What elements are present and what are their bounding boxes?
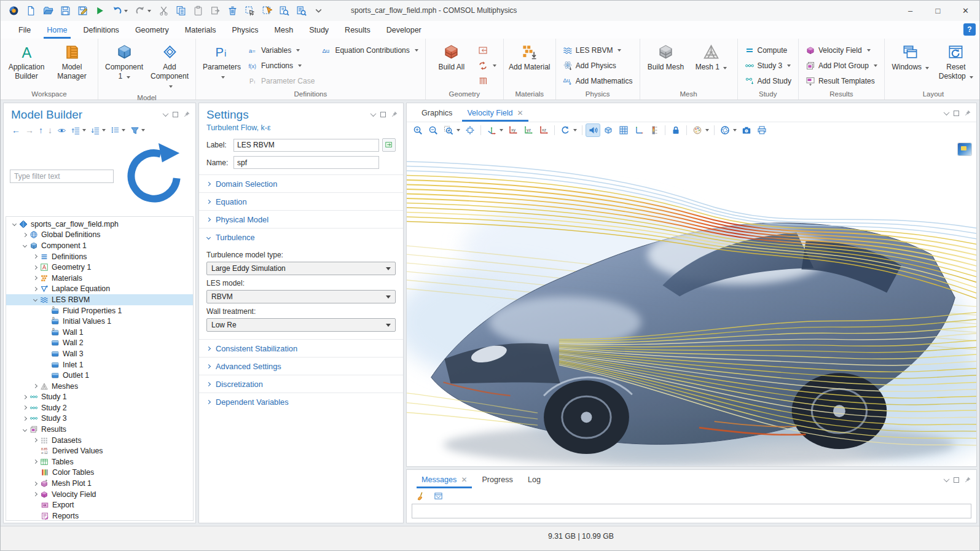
add-component-button[interactable]: Add Component bbox=[147, 41, 192, 93]
tree-item-wall-2[interactable]: Wall 2 bbox=[6, 338, 193, 349]
print-button[interactable] bbox=[755, 123, 769, 137]
view-yz-button[interactable]: yz bbox=[521, 123, 536, 137]
section-header-physical-model[interactable]: Physical Model bbox=[199, 211, 403, 228]
plot-thumbnail-icon[interactable] bbox=[958, 143, 971, 155]
compute-button[interactable]: Compute bbox=[742, 42, 794, 58]
section-header-equation[interactable]: Equation bbox=[199, 193, 403, 210]
pin-icon[interactable] bbox=[183, 111, 190, 118]
close-tab-icon[interactable]: ✕ bbox=[517, 109, 523, 117]
color-legend-button[interactable] bbox=[647, 123, 662, 137]
highlight-node-button[interactable] bbox=[382, 138, 396, 152]
les-rbvm-button[interactable]: LES RBVM bbox=[560, 42, 636, 58]
variables-button[interactable]: a=Variables bbox=[245, 42, 318, 58]
view-xz-button[interactable]: xz bbox=[536, 123, 551, 137]
graphics-tab-graphics[interactable]: Graphics bbox=[415, 109, 458, 122]
expand-arrow-icon[interactable] bbox=[31, 385, 39, 388]
label-field-input[interactable] bbox=[233, 139, 379, 152]
add-physics-button[interactable]: Add Physics bbox=[560, 58, 636, 73]
collapse-arrow-icon[interactable] bbox=[10, 222, 18, 225]
tree-item-study-3[interactable]: Study 3 bbox=[6, 413, 193, 424]
collapse-arrow-icon[interactable] bbox=[20, 244, 29, 247]
refresh-icon[interactable] bbox=[117, 139, 190, 213]
graphics-canvas[interactable] bbox=[407, 138, 976, 466]
paste-button[interactable] bbox=[190, 3, 206, 19]
add-study-button[interactable]: Add Study bbox=[742, 73, 794, 88]
expand-arrow-icon[interactable] bbox=[20, 417, 29, 420]
build-all-button[interactable]: Build All bbox=[429, 41, 474, 74]
tree-item-meshes[interactable]: Meshes bbox=[6, 381, 193, 392]
orientation-button[interactable] bbox=[484, 123, 505, 137]
expand-arrow-icon[interactable] bbox=[31, 493, 39, 496]
expand-arrow-icon[interactable] bbox=[31, 460, 39, 463]
expand-arrow-icon[interactable] bbox=[31, 276, 39, 279]
tree-item-les-rbvm[interactable]: LES RBVM bbox=[6, 294, 193, 305]
collapse-arrow-icon[interactable] bbox=[20, 428, 29, 431]
panel-menu-icon[interactable] bbox=[370, 111, 377, 117]
messages-output[interactable] bbox=[412, 504, 971, 518]
tree-item-definitions[interactable]: Definitions bbox=[6, 251, 193, 262]
tree-item-study-1[interactable]: Study 1 bbox=[6, 392, 193, 403]
tree-item-sports-car-flow-field-mph[interactable]: sports_car_flow_field.mph bbox=[6, 219, 193, 230]
tree-item-fluid-properties-1[interactable]: DFluid Properties 1 bbox=[6, 305, 193, 316]
component-1-button[interactable]: Component 1 bbox=[102, 41, 146, 84]
geom-rebuild-button[interactable] bbox=[475, 58, 500, 73]
tree-item-materials[interactable]: Materials bbox=[6, 273, 193, 284]
close-tab-icon[interactable]: ✕ bbox=[461, 475, 467, 484]
dropdown-les-model[interactable]: RBVM bbox=[206, 290, 396, 303]
tree-item-component-1[interactable]: Component 1 bbox=[6, 240, 193, 251]
find-button[interactable] bbox=[276, 3, 292, 19]
overflow-chevron-button[interactable] bbox=[310, 3, 326, 19]
redo-button[interactable] bbox=[132, 3, 154, 19]
section-header-discretization[interactable]: Discretization bbox=[199, 375, 403, 393]
menu-file[interactable]: File bbox=[10, 21, 39, 39]
float-panel-icon[interactable] bbox=[380, 112, 386, 117]
menu-home[interactable]: Home bbox=[39, 21, 75, 39]
cut-button[interactable] bbox=[155, 3, 171, 19]
grid-button[interactable] bbox=[616, 123, 631, 137]
float-panel-icon[interactable] bbox=[954, 477, 959, 483]
menu-physics[interactable]: Physics bbox=[224, 21, 266, 39]
windows-button[interactable]: Windows bbox=[888, 41, 933, 74]
pin-icon[interactable] bbox=[391, 111, 398, 118]
section-header-consistent-stabilization[interactable]: Consistent Stabilization bbox=[199, 340, 403, 357]
tree-item-outlet-1[interactable]: Outlet 1 bbox=[6, 370, 193, 381]
tree-item-wall-3[interactable]: Wall 3 bbox=[6, 348, 193, 359]
expand-arrow-icon[interactable] bbox=[31, 266, 39, 269]
nav-forward-button[interactable]: → bbox=[23, 124, 36, 136]
move-up-button[interactable]: ↑ bbox=[37, 124, 45, 136]
menu-results[interactable]: Results bbox=[337, 21, 378, 39]
message-table-button[interactable] bbox=[432, 490, 445, 502]
move-down-button[interactable]: ↓ bbox=[46, 124, 54, 136]
section-header-dependent-variables[interactable]: Dependent Variables bbox=[199, 393, 403, 410]
image-snapshot-button[interactable] bbox=[718, 123, 739, 137]
maximize-button[interactable]: □ bbox=[924, 1, 952, 21]
show-button[interactable] bbox=[55, 124, 68, 136]
nav-back-button[interactable]: ← bbox=[10, 124, 22, 136]
tree-item-velocity-field[interactable]: Velocity Field bbox=[6, 489, 193, 500]
model-manager-button[interactable]: Model Manager bbox=[50, 41, 94, 84]
tree-item-color-tables[interactable]: Color Tables bbox=[6, 467, 193, 479]
minimize-button[interactable]: – bbox=[896, 1, 924, 21]
parameters-button[interactable]: PiParameters bbox=[200, 41, 244, 84]
dropdown-turbulence-model-type[interactable]: Large Eddy Simulation bbox=[206, 262, 396, 275]
section-header-advanced-settings[interactable]: Advanced Settings bbox=[199, 358, 403, 375]
add-plot-group-button[interactable]: Add Plot Group bbox=[802, 58, 880, 73]
messages-tab-messages[interactable]: Messages✕ bbox=[415, 475, 473, 488]
parameter-case-button[interactable]: PiParameter Case bbox=[245, 73, 318, 88]
dropdown-wall-treatment[interactable]: Low Re bbox=[206, 318, 396, 332]
delete-button[interactable] bbox=[224, 3, 240, 19]
tree-item-laplace-equation[interactable]: Laplace Equation bbox=[6, 284, 193, 295]
clear-messages-button[interactable] bbox=[414, 490, 427, 502]
menu-geometry[interactable]: Geometry bbox=[127, 21, 177, 39]
camera-button[interactable] bbox=[739, 123, 754, 137]
undo-button[interactable] bbox=[109, 3, 131, 19]
zoom-in-button[interactable] bbox=[410, 123, 425, 137]
reset-desktop-button[interactable]: Reset Desktop bbox=[934, 41, 978, 84]
section-header-turbulence[interactable]: Turbulence bbox=[199, 229, 403, 246]
menu-study[interactable]: Study bbox=[301, 21, 337, 39]
tree-item-wall-1[interactable]: DWall 1 bbox=[6, 327, 193, 338]
pin-icon[interactable] bbox=[964, 109, 971, 117]
duplicate-button[interactable] bbox=[207, 3, 223, 19]
expand-arrow-icon[interactable] bbox=[20, 406, 29, 409]
pin-icon[interactable] bbox=[964, 476, 971, 483]
